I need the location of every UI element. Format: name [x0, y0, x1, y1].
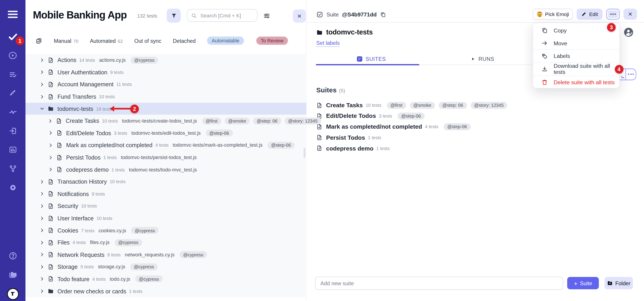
suite-row-persist-todos[interactable]: Persist Todos1 tests: [316, 132, 579, 143]
pick-emoji-button[interactable]: Pick Emoji: [533, 9, 573, 20]
chevron-right-icon[interactable]: [40, 82, 44, 87]
filter-button[interactable]: [167, 9, 181, 23]
rail-reports-chart-icon[interactable]: [0, 144, 26, 156]
tree-row-order-new-checks-or-cards[interactable]: Order new checks or cards1 tests: [26, 285, 306, 297]
edit-button[interactable]: Edit: [577, 9, 602, 20]
add-folder-button[interactable]: Folder: [604, 277, 633, 289]
tree-row-actions[interactable]: Actions14 testsactions.cy.js@cypress: [26, 54, 306, 66]
tag-pill[interactable]: @cypress: [130, 263, 158, 270]
menu-item-copy[interactable]: Copy: [533, 24, 620, 37]
filter-tab-automated[interactable]: Automated62: [90, 38, 123, 44]
tree-row-todomvc-tests[interactable]: todomvc-tests19 tests2: [26, 103, 306, 115]
tree-row-security[interactable]: Security10 tests: [26, 200, 306, 212]
tree-row-storage[interactable]: Storage5 testsstorage.cy.js@cypress: [26, 261, 306, 273]
search-box[interactable]: [187, 9, 258, 22]
tag-pill[interactable]: @step: 06: [439, 102, 467, 109]
rail-runs-play-icon[interactable]: [0, 49, 26, 62]
tree-row-notifications[interactable]: Notifications9 tests: [26, 188, 306, 200]
chevron-right-icon[interactable]: [48, 167, 53, 172]
chevron-right-icon[interactable]: [40, 289, 44, 293]
rail-import-icon[interactable]: [0, 125, 26, 137]
tree-row-codepress-demo[interactable]: codepress demo1 teststodomvc-tests/todo-…: [26, 164, 306, 176]
tree-row-fund-transfers[interactable]: Fund Transfers10 tests: [26, 91, 306, 103]
close-panel-button[interactable]: ✕: [293, 10, 306, 23]
chevron-right-icon[interactable]: [40, 240, 44, 245]
tag-pill[interactable]: @cypress: [131, 227, 158, 234]
suite-row-codepress-demo[interactable]: codepress demo1 tests: [316, 143, 579, 154]
rail-help-icon[interactable]: [0, 249, 26, 262]
tree-row-user-authentication[interactable]: User Authentication9 tests: [26, 66, 306, 78]
chevron-right-icon[interactable]: [40, 192, 44, 196]
view-settings-button[interactable]: [260, 10, 273, 22]
chevron-right-icon[interactable]: [48, 155, 53, 160]
chevron-right-icon[interactable]: [40, 277, 44, 281]
tab-suites[interactable]: SUITES: [316, 53, 427, 65]
rail-projects-folders-icon[interactable]: [0, 268, 26, 281]
tree-row-todo-feature[interactable]: Todo feature4 teststodo.cy.js@cypress: [26, 273, 306, 285]
tag-pill[interactable]: @cypress: [130, 57, 158, 64]
tree-row-cookies[interactable]: Cookies7 testscookies.cy.js@cypress: [26, 224, 306, 236]
tag-pill[interactable]: @step: 06: [253, 117, 281, 124]
tag-pill[interactable]: @cypress: [114, 239, 142, 246]
tab-runs[interactable]: RUNS: [427, 53, 538, 65]
rail-app-logo[interactable]: [0, 288, 26, 300]
suite-row-edit-delete-todos[interactable]: Edit/Delete Todos3 tests@step-06: [316, 111, 579, 121]
search-input[interactable]: [200, 12, 253, 19]
tree-row-network-requests[interactable]: Network Requests6 testsnetwork_requests.…: [26, 249, 306, 261]
tag-pill[interactable]: @smoke: [410, 102, 435, 109]
tag-pill[interactable]: @first: [387, 102, 406, 109]
tag-pill[interactable]: @story: 12345: [470, 102, 507, 109]
tag-pill[interactable]: @step-06: [444, 123, 470, 130]
rail-milestones-stairs-icon[interactable]: [0, 87, 26, 99]
suite-row-create-tasks[interactable]: Create Tasks10 tests@first@smoke@step: 0…: [316, 100, 579, 111]
menu-item-move[interactable]: Move: [533, 37, 620, 50]
suite-row-mark-as-completed-not-completed[interactable]: Mark as completed/not completed4 tests@s…: [316, 121, 579, 132]
user-avatar[interactable]: [624, 28, 634, 37]
filter-pill-automatable[interactable]: Automatable: [207, 37, 244, 45]
rail-menu-icon[interactable]: [0, 8, 26, 21]
tree-row-user-interface[interactable]: User Interface10 tests: [26, 212, 306, 224]
chevron-right-icon[interactable]: [40, 70, 44, 75]
chevron-right-icon[interactable]: [40, 94, 44, 99]
chevron-right-icon[interactable]: [48, 119, 52, 123]
set-labels-link[interactable]: Set labels: [316, 40, 340, 47]
add-suite-input[interactable]: [315, 277, 563, 290]
filter-tab-manual[interactable]: Manual70: [54, 38, 78, 44]
chevron-right-icon[interactable]: [40, 180, 44, 184]
tag-pill[interactable]: @first: [202, 117, 221, 124]
filter-tab-out-of-sync[interactable]: Out of sync: [134, 38, 161, 44]
chevron-right-icon[interactable]: [40, 204, 44, 208]
chevron-right-icon[interactable]: [40, 216, 44, 221]
menu-item-labels[interactable]: Labels: [533, 50, 620, 62]
chevron-right-icon[interactable]: [40, 252, 44, 257]
chevron-right-icon[interactable]: [48, 131, 53, 135]
tag-pill[interactable]: @smoke: [224, 117, 250, 124]
tag-pill[interactable]: @step-06: [268, 142, 294, 149]
chevron-right-icon[interactable]: [40, 228, 44, 233]
tree-row-mark-as-completed-not-completed[interactable]: Mark as completed/not completed4 teststo…: [26, 139, 306, 151]
add-suite-button[interactable]: + Suite: [567, 277, 599, 289]
tree-row-transaction-history[interactable]: Transaction History10 tests: [26, 176, 306, 188]
filter-tab-detached[interactable]: Detached: [173, 38, 196, 44]
tag-pill[interactable]: @step-06: [398, 112, 424, 119]
tree-row-account-management[interactable]: Account Management11 tests: [26, 78, 306, 91]
rail-branch-icon[interactable]: [0, 162, 26, 175]
copy-id-icon[interactable]: [380, 12, 386, 18]
tree-scrollbar[interactable]: [304, 148, 305, 158]
tag-pill[interactable]: @step-06: [206, 130, 232, 137]
chevron-right-icon[interactable]: [40, 58, 44, 62]
tree-row-files[interactable]: Files4 testsfiles.cy.js@cypress: [26, 236, 306, 249]
tree-row-persist-todos[interactable]: Persist Todos1 teststodomvc-tests/persis…: [26, 151, 306, 164]
rail-analytics-pulse-icon[interactable]: [0, 106, 26, 118]
close-detail-button[interactable]: ✕: [624, 9, 637, 20]
more-options-button[interactable]: [606, 9, 620, 20]
toolbar-ellipsis-segment[interactable]: [626, 69, 636, 80]
menu-item-download-suite-with-all-tests[interactable]: Download suite with all tests: [533, 63, 620, 76]
filter-pill-to-review[interactable]: To Review: [256, 37, 288, 45]
tree-row-create-tasks[interactable]: Create Tasks10 teststodomvc-tests/create…: [26, 115, 306, 127]
chevron-down-icon[interactable]: [40, 107, 44, 111]
tag-pill[interactable]: @cypress: [180, 251, 207, 258]
tree-row-edit-delete-todos[interactable]: Edit/Delete Todos3 teststodomvc-tests/ed…: [26, 127, 306, 139]
rail-settings-gear-icon[interactable]: [0, 181, 26, 193]
rail-plans-list-check-icon[interactable]: [0, 68, 26, 81]
